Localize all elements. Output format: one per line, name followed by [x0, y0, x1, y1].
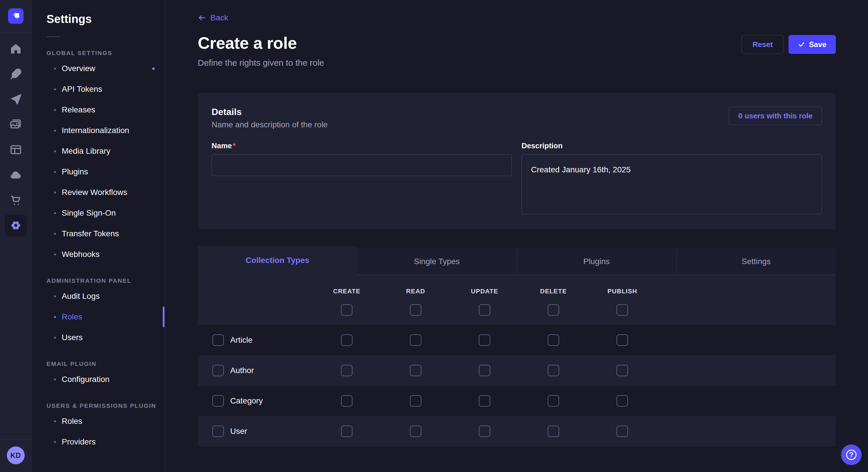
required-asterisk: *	[233, 141, 236, 150]
permission-checkbox-publish[interactable]	[617, 334, 628, 346]
sidebar-item-content-manager[interactable]	[0, 61, 31, 87]
row-label: Article	[230, 336, 253, 345]
sidebar-item-content-type-builder[interactable]	[0, 137, 31, 162]
sidebar-item-api-tokens[interactable]: API Tokens	[46, 79, 165, 100]
description-field[interactable]: Created January 16th, 2025	[522, 154, 822, 214]
sidebar-item-users[interactable]: Users	[46, 327, 165, 348]
permission-checkbox-delete[interactable]	[548, 395, 559, 407]
nav-item-label: Configuration	[62, 375, 110, 384]
nav-item-label: Webhooks	[62, 250, 100, 259]
sidebar-item-audit-logs[interactable]: Audit Logs	[46, 286, 165, 307]
sidebar-item-media-library[interactable]	[0, 112, 31, 137]
permission-checkbox-publish[interactable]	[617, 426, 628, 437]
arrow-left-icon	[198, 13, 206, 22]
permission-checkbox-create[interactable]	[341, 365, 352, 376]
nav-item-label: Media Library	[62, 146, 111, 156]
nav-item-label: Transfer Tokens	[62, 229, 119, 238]
tab-settings[interactable]: Settings	[676, 248, 836, 275]
sidebar-item-marketplace[interactable]	[0, 188, 31, 213]
cart-icon	[9, 194, 22, 206]
permission-checkbox-read[interactable]	[410, 334, 422, 346]
permission-checkbox-create[interactable]	[341, 395, 352, 407]
permission-checkbox-delete[interactable]	[548, 426, 559, 437]
nav-item-label: API Tokens	[62, 85, 102, 94]
users-with-role-button[interactable]: 0 users with this role	[729, 107, 822, 125]
sidebar-item-deploy[interactable]	[0, 162, 31, 188]
table-row-category: Category	[198, 386, 836, 416]
sidebar-item-roles-admin[interactable]: Roles	[46, 307, 165, 327]
sidebar-item-settings[interactable]	[0, 213, 31, 238]
reset-button[interactable]: Reset	[742, 35, 783, 54]
nav-item-label: Internationalization	[62, 126, 129, 135]
notification-dot	[152, 67, 155, 70]
sidebar-item-overview[interactable]: Overview	[46, 58, 165, 79]
strapi-logo[interactable]	[8, 8, 24, 24]
select-all-read-checkbox[interactable]	[410, 304, 422, 316]
tab-single-types[interactable]: Single Types	[357, 248, 516, 275]
sidebar-item-single-sign-on[interactable]: Single Sign-On	[46, 203, 165, 224]
select-all-update-checkbox[interactable]	[479, 304, 490, 316]
back-link[interactable]: Back	[198, 0, 228, 22]
tab-plugins[interactable]: Plugins	[517, 248, 676, 275]
main-content: Back Create a role Reset Save Define the…	[166, 0, 868, 472]
table-row-article: Article	[198, 325, 836, 355]
permission-checkbox-update[interactable]	[479, 334, 490, 346]
permission-checkbox-read[interactable]	[410, 395, 422, 407]
permission-checkbox-read[interactable]	[410, 426, 422, 437]
sidebar-item-roles-up[interactable]: Roles	[46, 411, 165, 432]
bullet-icon	[54, 420, 56, 423]
sidebar-item-transfer-tokens[interactable]: Transfer Tokens	[46, 224, 165, 244]
row-select-checkbox[interactable]	[212, 365, 224, 376]
save-button[interactable]: Save	[788, 35, 836, 54]
row-select-checkbox[interactable]	[212, 426, 224, 437]
save-label: Save	[809, 40, 826, 49]
bullet-icon	[54, 68, 56, 70]
permission-checkbox-delete[interactable]	[548, 365, 559, 376]
help-button[interactable]: ?	[841, 444, 862, 465]
main-nav-rail: KD	[0, 0, 32, 472]
bullet-icon	[54, 171, 56, 173]
permission-checkbox-publish[interactable]	[617, 395, 628, 407]
sidebar-item-releases[interactable]	[0, 87, 31, 112]
permission-checkbox-read[interactable]	[410, 365, 422, 376]
gear-icon	[9, 219, 22, 232]
avatar[interactable]: KD	[7, 446, 25, 464]
sidebar-item-media-library[interactable]: Media Library	[46, 141, 165, 162]
details-title: Details	[212, 107, 328, 117]
sidebar-item-releases[interactable]: Releases	[46, 100, 165, 120]
select-all-publish-checkbox[interactable]	[617, 304, 628, 316]
sidebar-item-review-workflows[interactable]: Review Workflows	[46, 182, 165, 203]
row-label: Author	[230, 366, 254, 375]
page-subtitle: Define the rights given to the role	[198, 58, 836, 68]
home-icon	[9, 42, 22, 55]
permission-checkbox-create[interactable]	[341, 334, 352, 346]
sidebar-item-internationalization[interactable]: Internationalization	[46, 120, 165, 141]
permissions-panel: CREATE READ UPDATE DELETE PUBLISH	[198, 275, 836, 446]
tab-collection-types[interactable]: Collection Types	[198, 246, 357, 275]
permission-checkbox-update[interactable]	[479, 395, 490, 407]
sidebar-item-home[interactable]	[0, 36, 31, 61]
nav-item-label: Single Sign-On	[62, 208, 116, 217]
permission-checkbox-update[interactable]	[479, 426, 490, 437]
media-library-icon	[9, 118, 22, 131]
select-all-delete-checkbox[interactable]	[548, 304, 559, 316]
permission-checkbox-publish[interactable]	[617, 365, 628, 376]
row-select-checkbox[interactable]	[212, 334, 224, 346]
sidebar-item-webhooks[interactable]: Webhooks	[46, 244, 165, 265]
details-subtitle: Name and description of the role	[212, 120, 328, 129]
select-all-create-checkbox[interactable]	[341, 304, 352, 316]
sidebar-item-configuration[interactable]: Configuration	[46, 369, 165, 390]
subnav-title: Settings	[46, 12, 165, 26]
bullet-icon	[54, 378, 56, 380]
permission-checkbox-create[interactable]	[341, 426, 352, 437]
settings-subnav: Settings GLOBAL SETTINGS Overview API To…	[32, 0, 165, 472]
bullet-icon	[54, 337, 56, 339]
sidebar-item-plugins[interactable]: Plugins	[46, 162, 165, 182]
row-select-checkbox[interactable]	[212, 395, 224, 407]
permission-checkbox-delete[interactable]	[548, 334, 559, 346]
sidebar-item-providers[interactable]: Providers	[46, 432, 165, 452]
permission-checkbox-update[interactable]	[479, 365, 490, 376]
name-field[interactable]	[212, 154, 512, 176]
description-label: Description	[522, 141, 822, 150]
bullet-icon	[54, 150, 56, 152]
